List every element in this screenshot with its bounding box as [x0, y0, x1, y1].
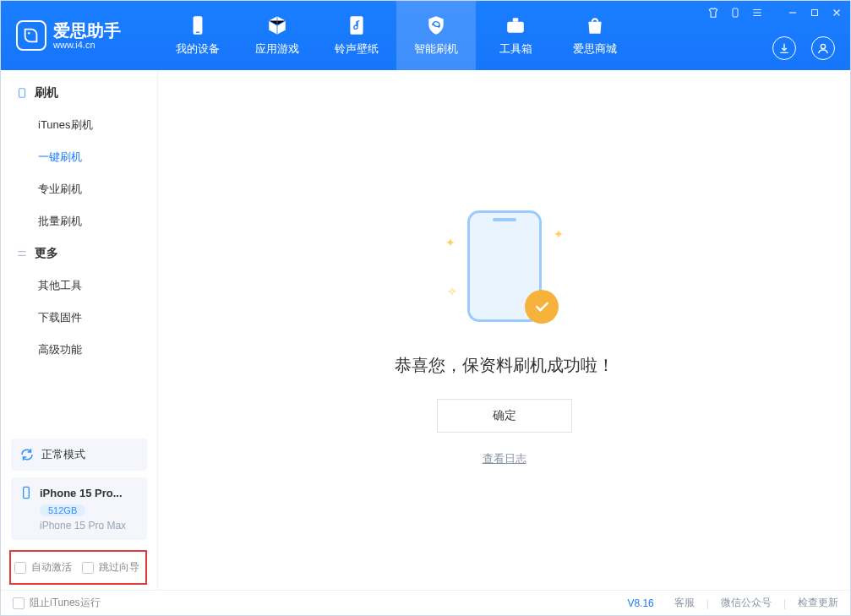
bag-icon: [584, 14, 606, 36]
skin-icon[interactable]: [706, 6, 720, 19]
sidebar-item-other-tools[interactable]: 其他工具: [1, 270, 157, 302]
device-model: iPhone 15 Pro Max: [40, 520, 139, 532]
maximize-icon[interactable]: [808, 6, 821, 19]
checkbox-icon: [13, 597, 25, 609]
view-log-link[interactable]: 查看日志: [483, 451, 526, 466]
sidebar-item-one-click-flash[interactable]: 一键刷机: [1, 141, 157, 173]
svg-point-0: [28, 32, 30, 35]
user-icon[interactable]: [811, 36, 835, 60]
header: 爱思助手 www.i4.cn 我的设备 应用游戏 铃声壁纸 智能刷机: [1, 1, 850, 70]
check-badge-icon: [525, 290, 559, 324]
success-message: 恭喜您，保资料刷机成功啦！: [395, 354, 614, 377]
ok-button[interactable]: 确定: [437, 399, 572, 433]
nav-store[interactable]: 爱思商城: [555, 1, 635, 70]
sidebar-item-advanced[interactable]: 高级功能: [1, 334, 157, 366]
sidebar-item-itunes-flash[interactable]: iTunes刷机: [1, 109, 157, 141]
nav-apps[interactable]: 应用游戏: [237, 1, 317, 70]
device-card[interactable]: iPhone 15 Pro... 512GB iPhone 15 Pro Max: [11, 477, 147, 540]
menu-icon[interactable]: [750, 6, 764, 19]
status-bar: 阻止iTunes运行 V8.16 客服 | 微信公众号 | 检查更新: [1, 590, 850, 615]
app-url: www.i4.cn: [53, 41, 121, 50]
svg-rect-2: [196, 32, 199, 33]
svg-rect-10: [24, 487, 30, 498]
nav-flash[interactable]: 智能刷机: [396, 1, 476, 70]
music-file-icon: [346, 14, 368, 36]
block-itunes-checkbox[interactable]: 阻止iTunes运行: [13, 596, 101, 610]
auto-activate-checkbox[interactable]: 自动激活: [14, 560, 72, 575]
success-illustration: ✦ ✦ ✧: [445, 205, 564, 332]
sidebar-group-more[interactable]: 更多: [1, 237, 157, 270]
nav-toolbox[interactable]: 工具箱: [476, 1, 555, 70]
tablet-icon: [16, 87, 28, 99]
device-name: iPhone 15 Pro...: [40, 487, 123, 499]
header-actions: [772, 36, 835, 60]
app-window: 爱思助手 www.i4.cn 我的设备 应用游戏 铃声壁纸 智能刷机: [0, 0, 851, 616]
skip-wizard-checkbox[interactable]: 跳过向导: [82, 560, 139, 575]
footer-link-support[interactable]: 客服: [674, 596, 695, 610]
flash-options-highlight: 自动激活 跳过向导: [9, 550, 147, 585]
close-icon[interactable]: [830, 6, 843, 19]
footer-link-update[interactable]: 检查更新: [798, 596, 838, 610]
svg-rect-4: [507, 22, 524, 33]
svg-rect-6: [733, 8, 738, 17]
window-controls: [706, 6, 843, 19]
checkbox-icon: [14, 562, 26, 574]
svg-rect-9: [19, 89, 25, 98]
download-icon[interactable]: [772, 36, 796, 60]
svg-rect-5: [513, 18, 519, 21]
sidebar-item-pro-flash[interactable]: 专业刷机: [1, 173, 157, 205]
svg-point-8: [821, 44, 825, 48]
nav-device[interactable]: 我的设备: [158, 1, 237, 70]
top-nav: 我的设备 应用游戏 铃声壁纸 智能刷机 工具箱 爱思商城: [158, 1, 635, 70]
sparkle-icon: ✧: [447, 285, 457, 298]
sparkle-icon: ✦: [445, 236, 456, 249]
device-mode-label: 正常模式: [41, 447, 85, 462]
version-label: V8.16: [627, 597, 653, 609]
mobile-icon[interactable]: [728, 6, 742, 19]
sidebar: 刷机 iTunes刷机 一键刷机 专业刷机 批量刷机 更多 其他工具 下载固件 …: [1, 70, 158, 590]
briefcase-icon: [505, 14, 526, 36]
logo: 爱思助手 www.i4.cn: [1, 20, 158, 51]
app-title: 爱思助手: [53, 22, 121, 39]
nav-ringtone[interactable]: 铃声壁纸: [317, 1, 396, 70]
main-content: ✦ ✦ ✧ 恭喜您，保资料刷机成功啦！ 确定 查看日志: [158, 70, 850, 590]
cube-icon: [266, 14, 288, 36]
body: 刷机 iTunes刷机 一键刷机 专业刷机 批量刷机 更多 其他工具 下载固件 …: [1, 70, 850, 590]
svg-rect-7: [812, 10, 818, 16]
sidebar-item-download-firmware[interactable]: 下载固件: [1, 302, 157, 334]
refresh-shield-icon: [425, 14, 447, 36]
device-mode-card[interactable]: 正常模式: [11, 439, 147, 471]
more-icon: [16, 248, 28, 259]
checkbox-icon: [82, 562, 94, 574]
minimize-icon[interactable]: [786, 6, 799, 19]
sidebar-item-batch-flash[interactable]: 批量刷机: [1, 205, 157, 237]
device-capacity: 512GB: [40, 504, 85, 516]
phone-icon: [19, 486, 33, 499]
sidebar-group-flash[interactable]: 刷机: [1, 77, 157, 109]
phone-icon: [187, 14, 209, 36]
footer-link-wechat[interactable]: 微信公众号: [721, 596, 772, 610]
logo-icon: [16, 20, 46, 51]
sparkle-icon: ✦: [554, 227, 564, 241]
refresh-icon: [19, 447, 35, 462]
